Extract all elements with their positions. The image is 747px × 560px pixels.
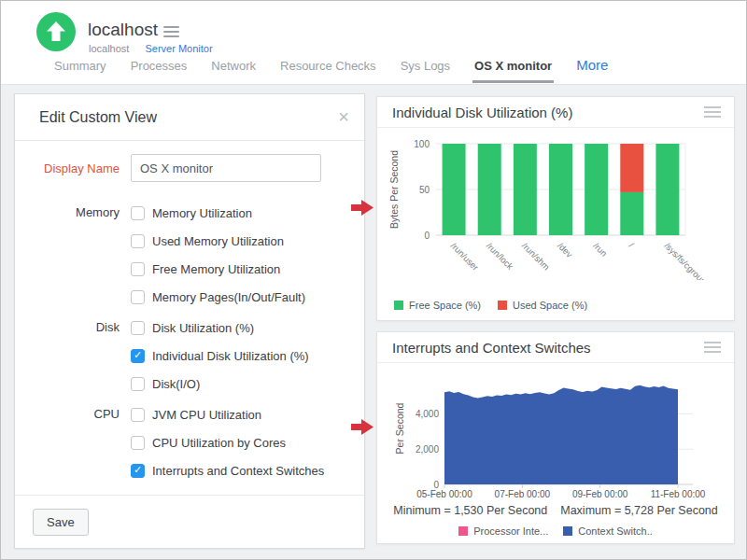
checkbox[interactable] — [131, 408, 145, 422]
red-arrow-icon — [351, 200, 374, 216]
checkbox-label: Disk(I/O) — [152, 377, 200, 391]
checkbox-label: Memory Pages(In/Out/Fault) — [152, 290, 305, 304]
chart-stats: Minimum = 1,530 Per Second Maximum = 5,7… — [377, 504, 734, 517]
breadcrumb-link-server-monitor[interactable]: Server Monitor — [145, 43, 212, 54]
checkbox[interactable] — [131, 377, 145, 391]
x-tick-label: 05-Feb 00:00 — [416, 489, 472, 499]
legend-swatch — [458, 526, 468, 536]
panel-footer: Save — [15, 495, 364, 548]
bar-free-space — [443, 144, 466, 235]
main-content: Edit Custom View × Display Name MemoryMe… — [1, 84, 746, 559]
legend-swatch — [563, 526, 572, 536]
tab-bar: SummaryProcessesNetworkResource ChecksSy… — [52, 57, 610, 83]
metric-group-memory: MemoryMemory UtilizationUsed Memory Util… — [15, 199, 364, 311]
metric-group-disk: DiskDisk Utilization (%)Individual Disk … — [15, 314, 364, 398]
checkbox[interactable] — [131, 464, 145, 478]
checkbox-row: Free Memory Utilization — [131, 255, 305, 283]
x-tick-label: 11-Feb 00:00 — [651, 489, 706, 499]
legend-item: Free Space (%) — [394, 300, 481, 311]
checkbox[interactable] — [131, 321, 145, 335]
y-tick-label: 2,000 — [416, 444, 439, 455]
chart-legend: Free Space (%)Used Space (%) — [394, 300, 587, 311]
x-category-label: /dev — [556, 241, 575, 260]
checkbox[interactable] — [131, 290, 145, 304]
stat-minimum: Minimum = 1,530 Per Second — [393, 504, 547, 517]
disk-utilization-bar-chart: 050100Bytes Per Second/run/user/run/lock… — [377, 131, 736, 280]
checkbox-row: Disk Utilization (%) — [131, 314, 309, 342]
x-category-label: /run — [591, 241, 609, 259]
chart-menu-icon[interactable] — [704, 106, 721, 120]
checkbox-row: Memory Utilization — [131, 199, 305, 227]
legend-item: Processor Inte... — [458, 525, 548, 537]
legend-swatch — [394, 301, 403, 310]
x-category-label: /run/user — [449, 241, 481, 273]
tab-os-x-monitor[interactable]: OS X monitor — [472, 59, 554, 83]
page-title: localhost — [88, 20, 158, 40]
checkbox-row: Individual Disk Utilization (%) — [131, 342, 309, 370]
app-window: localhost localhost Server Monitor Summa… — [0, 0, 747, 560]
checkbox[interactable] — [131, 206, 145, 220]
display-name-input[interactable] — [131, 154, 321, 182]
tab-sys-logs[interactable]: Sys Logs — [399, 59, 452, 80]
legend-label: Context Switch.. — [578, 525, 652, 537]
group-label: CPU — [15, 400, 120, 484]
breadcrumb-host: localhost — [89, 43, 129, 54]
checkbox-label: Disk Utilization (%) — [152, 321, 254, 335]
checkbox[interactable] — [131, 234, 145, 248]
x-category-label: /run/lock — [485, 241, 515, 272]
legend-label: Processor Inte... — [473, 525, 548, 537]
tab-more[interactable]: More — [574, 57, 610, 80]
tab-resource-checks[interactable]: Resource Checks — [278, 59, 378, 80]
checkbox-label: Individual Disk Utilization (%) — [152, 349, 309, 363]
bar-free-space — [620, 192, 643, 235]
interrupts-area-chart: 02,0004,000Per Second05-Feb 00:0007-Feb … — [377, 366, 736, 502]
group-label: Memory — [15, 199, 120, 311]
up-arrow-icon — [36, 12, 76, 51]
tab-processes[interactable]: Processes — [129, 59, 190, 80]
checkbox-row: Interrupts and Context Switches — [131, 456, 324, 484]
chart-legend: Processor Inte...Context Switch.. — [377, 525, 734, 537]
y-tick-label: 0 — [424, 231, 430, 241]
metric-groups: MemoryMemory UtilizationUsed Memory Util… — [15, 199, 364, 487]
edit-custom-view-panel: Edit Custom View × Display Name MemoryMe… — [14, 93, 365, 549]
tab-summary[interactable]: Summary — [52, 59, 108, 80]
interrupts-card: Interrupts and Context Switches 02,0004,… — [376, 331, 735, 544]
red-arrow-icon — [351, 419, 374, 435]
chart-menu-icon[interactable] — [704, 342, 721, 356]
bar-free-space — [585, 144, 608, 235]
header: localhost localhost Server Monitor Summa… — [1, 1, 746, 84]
checkbox-row: Memory Pages(In/Out/Fault) — [131, 283, 305, 311]
bar-free-space — [655, 144, 679, 235]
x-tick-label: 09-Feb 00:00 — [572, 489, 628, 499]
checkbox[interactable] — [131, 262, 145, 276]
chart-title: Interrupts and Context Switches — [392, 340, 591, 356]
group-items: Disk Utilization (%)Individual Disk Util… — [131, 314, 309, 398]
checkbox[interactable] — [131, 436, 145, 450]
panel-header: Edit Custom View × — [15, 94, 364, 141]
legend-label: Free Space (%) — [409, 300, 481, 311]
checkbox-label: Free Memory Utilization — [152, 262, 280, 276]
checkbox-row: CPU Utilization by Cores — [131, 428, 324, 456]
card-header: Individual Disk Utilization (%) — [377, 97, 734, 128]
group-items: JVM CPU UtilizationCPU Utilization by Co… — [131, 400, 324, 484]
context-switches-area — [444, 385, 678, 484]
y-axis-label: Per Second — [394, 402, 405, 454]
bar-free-space — [549, 144, 572, 235]
legend-label: Used Space (%) — [513, 300, 587, 311]
y-tick-label: 4,000 — [416, 409, 439, 419]
x-category-label: / — [627, 241, 636, 250]
checkbox-row: Disk(I/O) — [131, 370, 309, 398]
legend-item: Context Switch.. — [563, 525, 652, 537]
tab-network[interactable]: Network — [209, 59, 258, 80]
close-icon[interactable]: × — [338, 105, 349, 128]
checkbox-row: JVM CPU Utilization — [131, 400, 324, 428]
hamburger-menu-icon[interactable] — [163, 26, 179, 40]
breadcrumb: localhost Server Monitor — [89, 43, 213, 54]
save-button[interactable]: Save — [33, 509, 89, 536]
y-tick-label: 50 — [419, 185, 430, 195]
group-items: Memory UtilizationUsed Memory Utilizatio… — [131, 199, 305, 311]
checkbox-label: JVM CPU Utilization — [152, 408, 261, 422]
y-tick-label: 0 — [433, 480, 439, 490]
checkbox[interactable] — [131, 349, 145, 363]
display-name-row: Display Name — [15, 154, 364, 182]
